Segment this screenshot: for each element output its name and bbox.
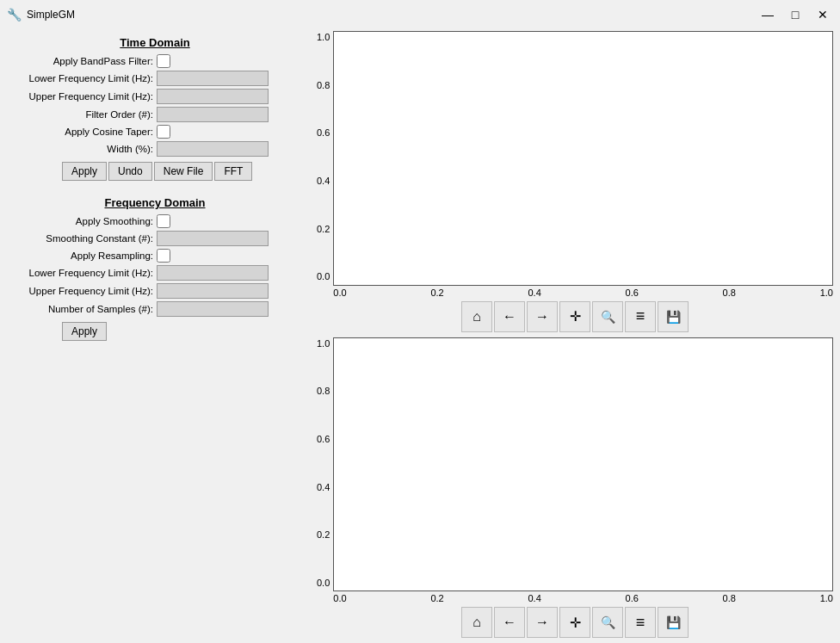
apply-bandpass-row: Apply BandPass Filter:	[10, 54, 300, 68]
apply-cosine-row: Apply Cosine Taper:	[10, 125, 300, 139]
app-icon: 🔧	[7, 8, 22, 22]
forward-button-bottom[interactable]: →	[527, 607, 558, 638]
smoothing-constant-input[interactable]	[157, 231, 269, 246]
by-label-0-8: 0.8	[317, 386, 330, 396]
forward-icon-top: →	[535, 309, 549, 325]
time-domain-section: Time Domain Apply BandPass Filter: Lower…	[3, 31, 306, 188]
forward-button-top[interactable]: →	[527, 301, 558, 332]
width-input[interactable]	[157, 141, 269, 157]
y-label-1-0: 1.0	[317, 33, 330, 42]
settings-button-top[interactable]: ≡	[625, 301, 656, 332]
num-samples-label: Number of Samples (#):	[10, 304, 157, 314]
apply-bandpass-label: Apply BandPass Filter:	[10, 56, 157, 66]
close-button[interactable]: ✕	[812, 4, 833, 25]
fft-button[interactable]: FFT	[214, 162, 252, 181]
title-bar: 🔧 SimpleGM — □ ✕	[0, 0, 840, 28]
upper-freq-row: Upper Frequency Limit (Hz):	[10, 89, 300, 104]
apply-cosine-label: Apply Cosine Taper:	[10, 127, 157, 137]
freq-upper-input[interactable]	[157, 283, 269, 299]
freq-upper-label: Upper Frequency Limit (Hz):	[10, 286, 157, 296]
top-chart-plot	[333, 31, 833, 286]
by-label-0-2: 0.2	[317, 530, 330, 540]
zoom-icon-top: 🔍	[601, 310, 615, 324]
bottom-chart-inner: 0.0 0.2 0.4 0.6 0.8 1.0	[333, 337, 833, 604]
move-button-bottom[interactable]: ✛	[559, 607, 590, 638]
right-panel: 1.0 0.8 0.6 0.4 0.2 0.0 0.0 0.2 0.4 0.6 …	[310, 28, 840, 643]
frequency-domain-title: Frequency Domain	[10, 196, 300, 209]
y-label-0-4: 0.4	[317, 176, 330, 186]
bottom-chart-with-axes: 1.0 0.8 0.6 0.4 0.2 0.0 0.0 0.2 0.4 0.6 …	[317, 337, 833, 604]
top-x-axis: 0.0 0.2 0.4 0.6 0.8 1.0	[333, 286, 833, 298]
move-icon-bottom: ✛	[570, 615, 581, 631]
settings-button-bottom[interactable]: ≡	[625, 607, 656, 638]
apply-resampling-checkbox[interactable]	[157, 249, 170, 263]
by-label-0-4: 0.4	[317, 483, 330, 492]
apply-resampling-label: Apply Resampling:	[10, 250, 157, 261]
lower-freq-label: Lower Frequency Limit (Hz):	[10, 73, 157, 83]
x-label-0-2: 0.2	[430, 287, 443, 298]
bx-label-1-0: 1.0	[820, 593, 833, 603]
forward-icon-bottom: →	[535, 615, 549, 630]
num-samples-row: Number of Samples (#):	[10, 301, 300, 317]
upper-freq-input[interactable]	[157, 89, 269, 104]
back-icon-bottom: ←	[503, 615, 516, 630]
bottom-x-axis: 0.0 0.2 0.4 0.6 0.8 1.0	[333, 591, 833, 603]
upper-freq-label: Upper Frequency Limit (Hz):	[10, 91, 157, 102]
y-label-0-6: 0.6	[317, 128, 330, 138]
title-bar-left: 🔧 SimpleGM	[7, 8, 75, 22]
zoom-button-bottom[interactable]: 🔍	[592, 607, 623, 638]
bx-label-0-4: 0.4	[528, 593, 540, 603]
y-label-0-2: 0.2	[317, 225, 330, 234]
freq-lower-input[interactable]	[157, 265, 269, 281]
y-label-0-8: 0.8	[317, 81, 330, 90]
width-row: Width (%):	[10, 141, 300, 157]
bottom-y-axis: 1.0 0.8 0.6 0.4 0.2 0.0	[317, 337, 333, 604]
main-content: Time Domain Apply BandPass Filter: Lower…	[0, 28, 840, 643]
top-toolbar: ⌂ ← → ✛ 🔍 ≡ 💾	[317, 298, 833, 334]
back-icon-top: ←	[503, 309, 516, 325]
by-label-0-6: 0.6	[317, 435, 330, 444]
app-title: SimpleGM	[27, 9, 75, 21]
undo-button[interactable]: Undo	[108, 162, 152, 181]
apply-button-time[interactable]: Apply	[62, 162, 107, 181]
back-button-bottom[interactable]: ←	[494, 607, 525, 638]
x-label-0-4: 0.4	[528, 287, 540, 298]
minimize-button[interactable]: —	[757, 4, 778, 25]
apply-bandpass-checkbox[interactable]	[157, 54, 170, 68]
home-button-top[interactable]: ⌂	[461, 301, 492, 332]
num-samples-input[interactable]	[157, 301, 269, 317]
filter-order-input[interactable]	[157, 107, 269, 122]
lower-freq-input[interactable]	[157, 71, 269, 86]
save-icon-bottom: 💾	[666, 615, 681, 629]
apply-resampling-row: Apply Resampling:	[10, 249, 300, 263]
move-button-top[interactable]: ✛	[559, 301, 590, 332]
new-file-button[interactable]: New File	[154, 162, 213, 181]
save-button-bottom[interactable]: 💾	[658, 607, 689, 638]
left-panel: Time Domain Apply BandPass Filter: Lower…	[0, 28, 310, 643]
home-button-bottom[interactable]: ⌂	[461, 607, 492, 638]
filter-order-label: Filter Order (#):	[10, 109, 157, 120]
apply-cosine-checkbox[interactable]	[157, 125, 170, 139]
save-button-top[interactable]: 💾	[658, 301, 689, 332]
frequency-domain-section: Frequency Domain Apply Smoothing: Smooth…	[3, 191, 306, 348]
zoom-button-top[interactable]: 🔍	[592, 301, 623, 332]
by-label-0-0: 0.0	[317, 578, 330, 588]
apply-smoothing-checkbox[interactable]	[157, 214, 170, 228]
back-button-top[interactable]: ←	[494, 301, 525, 332]
x-label-0-0: 0.0	[333, 287, 346, 298]
top-chart-inner: 0.0 0.2 0.4 0.6 0.8 1.0	[333, 31, 833, 298]
move-icon-top: ✛	[570, 308, 581, 325]
bottom-chart-plot	[333, 337, 833, 592]
maximize-button[interactable]: □	[785, 4, 806, 25]
top-chart-with-axes: 1.0 0.8 0.6 0.4 0.2 0.0 0.0 0.2 0.4 0.6 …	[317, 31, 833, 298]
freq-lower-row: Lower Frequency Limit (Hz):	[10, 265, 300, 281]
bottom-chart-area: 1.0 0.8 0.6 0.4 0.2 0.0 0.0 0.2 0.4 0.6 …	[317, 337, 833, 640]
home-icon-bottom: ⌂	[472, 615, 481, 630]
apply-button-freq[interactable]: Apply	[62, 322, 107, 341]
freq-domain-buttons: Apply	[10, 322, 300, 341]
freq-upper-row: Upper Frequency Limit (Hz):	[10, 283, 300, 299]
apply-smoothing-label: Apply Smoothing:	[10, 216, 157, 226]
title-bar-controls: — □ ✕	[757, 4, 833, 25]
bx-label-0-6: 0.6	[626, 593, 639, 603]
bx-label-0-2: 0.2	[430, 593, 443, 603]
